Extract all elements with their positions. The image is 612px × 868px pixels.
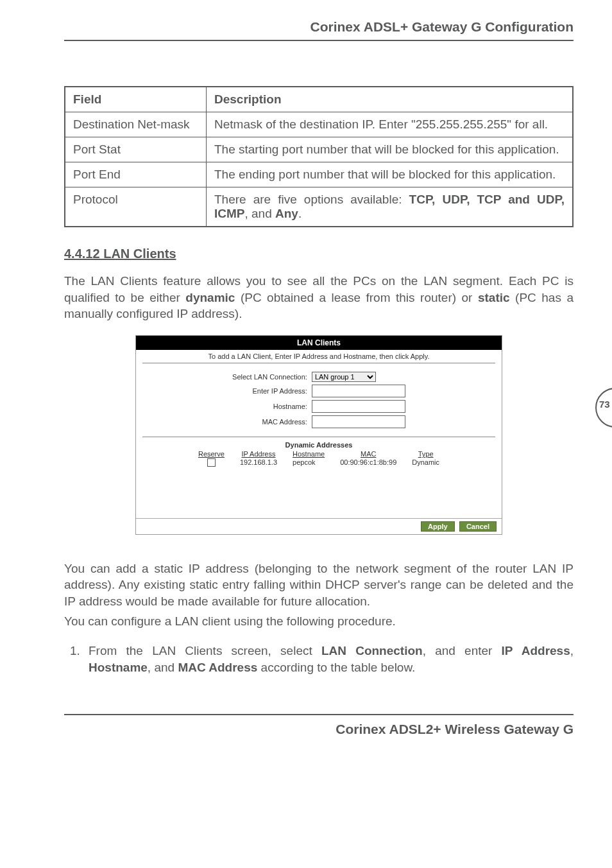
th-type: Type: [404, 450, 447, 458]
cell-desc: Netmask of the destination IP. Enter "25…: [207, 112, 574, 137]
text: , and: [245, 207, 276, 220]
table-row: Port Stat The starting port number that …: [65, 137, 573, 162]
th-field: Field: [65, 87, 207, 112]
intro-paragraph: The LAN Clients feature allows you to se…: [64, 273, 574, 322]
label-ip-address: Enter IP Address:: [232, 384, 310, 398]
page-number-tab: 73: [580, 385, 612, 430]
label-mac-address: MAC Address:: [232, 415, 310, 429]
procedure-list: From the LAN Clients screen, select LAN …: [64, 643, 574, 675]
cell-field: Protocol: [65, 187, 207, 227]
lan-panel-title: LAN Clients: [136, 336, 502, 350]
th-mac: MAC: [332, 450, 404, 458]
text: , and enter: [423, 644, 502, 657]
lan-clients-panel: LAN Clients To add a LAN Client, Enter I…: [135, 335, 502, 535]
text-bold: LAN Connection: [321, 644, 423, 657]
th-reserve: Reserve: [191, 450, 232, 458]
cell-desc: The starting port number that will be bl…: [207, 137, 574, 162]
table-row: Protocol There are five options availabl…: [65, 187, 573, 227]
label-hostname: Hostname:: [232, 399, 310, 413]
text: , and: [148, 661, 178, 674]
cell-mac: 00:90:96:c1:8b:99: [332, 458, 404, 467]
text-bold: MAC Address: [178, 661, 257, 674]
apply-button[interactable]: Apply: [421, 521, 455, 532]
dynamic-addresses-table: Reserve IP Address Hostname MAC Type 192…: [191, 450, 447, 467]
th-hostname: Hostname: [285, 450, 332, 458]
cell-hostname: pepcok: [285, 458, 332, 467]
text-bold: Any: [275, 207, 298, 220]
lan-form: Select LAN Connection: LAN group 1 Enter…: [142, 363, 495, 437]
cell-desc: The ending port number that will be bloc…: [207, 162, 574, 187]
field-description-table: Field Description Destination Net-mask N…: [64, 86, 574, 227]
text: .: [298, 207, 302, 220]
text: There are five options available:: [214, 193, 409, 206]
page-header: Corinex ADSL+ Gateway G Configuration: [64, 19, 574, 41]
text: according to the table below.: [257, 661, 415, 674]
table-row: 192.168.1.3 pepcok 00:90:96:c1:8b:99 Dyn…: [191, 458, 447, 467]
input-mac-address[interactable]: [312, 415, 405, 428]
text: From the LAN Clients screen, select: [89, 644, 321, 657]
label-select-connection: Select LAN Connection:: [232, 371, 310, 383]
input-hostname[interactable]: [312, 400, 405, 413]
input-ip-address[interactable]: [312, 385, 405, 397]
section-heading: 4.4.12 LAN Clients: [64, 247, 574, 261]
text-bold: Hostname: [89, 661, 148, 674]
text-bold: static: [478, 291, 510, 304]
lan-buttons-bar: Apply Cancel: [136, 518, 502, 534]
cell-field: Port Stat: [65, 137, 207, 162]
cancel-button[interactable]: Cancel: [459, 521, 497, 532]
cell-field: Destination Net-mask: [65, 112, 207, 137]
th-ip: IP Address: [232, 450, 285, 458]
paragraph: You can add a static IP address (belongi…: [64, 560, 574, 610]
table-row: Port End The ending port number that wil…: [65, 162, 573, 187]
text: ,: [570, 644, 574, 657]
cell-field: Port End: [65, 162, 207, 187]
text-bold: dynamic: [185, 291, 235, 304]
list-item: From the LAN Clients screen, select LAN …: [83, 643, 574, 675]
cell-type: Dynamic: [404, 458, 447, 467]
page-number: 73: [599, 399, 610, 410]
paragraph: You can configure a LAN client using the…: [64, 613, 574, 630]
text-bold: IP Address: [502, 644, 570, 657]
text: (PC obtained a lease from this router) o…: [235, 291, 478, 304]
reserve-checkbox[interactable]: [207, 458, 216, 467]
page-footer: Corinex ADSL2+ Wireless Gateway G: [64, 714, 574, 737]
select-lan-connection[interactable]: LAN group 1: [312, 372, 376, 382]
dynamic-addresses-heading: Dynamic Addresses: [136, 441, 502, 449]
th-description: Description: [207, 87, 574, 112]
cell-desc: There are five options available: TCP, U…: [207, 187, 574, 227]
table-row: Destination Net-mask Netmask of the dest…: [65, 112, 573, 137]
lan-panel-instruction: To add a LAN Client, Enter IP Address an…: [136, 350, 502, 363]
cell-ip: 192.168.1.3: [232, 458, 285, 467]
